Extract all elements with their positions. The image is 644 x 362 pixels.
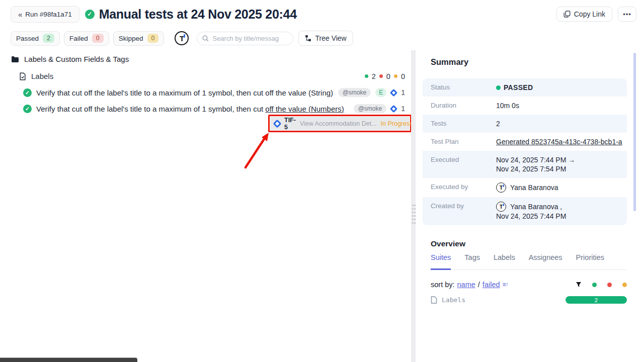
legend-skipped-dot-icon [622, 283, 627, 287]
sort-row: sort by: name / failed ≡↑ [431, 281, 627, 289]
failed-filter-label: Failed [69, 35, 88, 42]
tab-assignees[interactable]: Assignees [529, 253, 562, 269]
issue-count: 1 [401, 88, 405, 97]
tree-view-label: Tree View [315, 34, 346, 42]
sidebar-scrollbar-thumb[interactable] [633, 53, 636, 211]
executedby-label: Executed by [431, 183, 496, 191]
test-title[interactable]: Verify that cut off the label's title to… [36, 105, 344, 113]
summary-row-executed: Executed Nov 24, 2025 7:44 PM → Nov 24, … [423, 151, 627, 178]
page-title: Manual tests at 24 Nov 2025 20:44 [99, 7, 297, 22]
pane-splitter[interactable] [411, 50, 416, 362]
status-value: PASSED [496, 83, 533, 92]
overview-suite-row[interactable]: Labels 2 [431, 296, 627, 304]
tree-suite-row[interactable]: Labels 2 0 0 [0, 68, 411, 84]
filter-skipped-button[interactable]: Skipped 0 [113, 31, 165, 46]
test-row-string[interactable]: Verify that cut off the label's title to… [0, 84, 411, 101]
avatar-initial: T [500, 202, 503, 211]
passed-count-badge: 2 [43, 34, 54, 43]
tab-tags[interactable]: Tags [464, 253, 480, 269]
sort-by-failed-link[interactable]: failed [482, 281, 500, 289]
jira-issue-icon[interactable] [390, 105, 398, 113]
suite-skipped-count: 0 [401, 72, 405, 80]
file-icon [431, 296, 437, 304]
copy-link-label: Copy Link [574, 10, 605, 18]
issue-count: 1 [401, 105, 405, 113]
legend-passed-dot-icon [592, 283, 597, 287]
overview-heading: Overview [431, 239, 465, 248]
testplan-label: Test Plan [431, 137, 496, 145]
summary-row-duration: Duration 10m 0s [423, 97, 627, 115]
testplan-link[interactable]: Generated 8523745a-413c-4738-bcb1-a [496, 137, 622, 146]
search-input[interactable] [212, 35, 288, 42]
issue-key[interactable]: TIF-5 [284, 117, 296, 131]
test-passed-icon [23, 88, 32, 97]
summary-heading: Summary [431, 57, 468, 67]
double-chevron-left-icon: « [18, 10, 22, 19]
summary-row-tests: Tests 2 [423, 115, 627, 133]
linked-issue-popup[interactable]: TIF-5 View Accommodation Det... In Progr… [270, 117, 410, 130]
top-bar: « Run #98fa1a71 Manual tests at 24 Nov 2… [0, 0, 644, 28]
sort-separator: / [478, 281, 480, 289]
sort-by-name-link[interactable]: name [457, 281, 475, 289]
duration-value: 10m 0s [496, 101, 519, 110]
copy-link-button[interactable]: Copy Link [556, 7, 612, 22]
tests-label: Tests [431, 119, 496, 127]
test-title-part2: off the value (Numbers) [265, 105, 344, 113]
createdby-date: Nov 24, 2025 7:44 PM [496, 212, 566, 221]
tab-suites[interactable]: Suites [431, 253, 451, 270]
more-actions-button[interactable]: ••• [618, 7, 636, 22]
tab-priorities[interactable]: Priorities [576, 253, 604, 269]
back-to-run-button[interactable]: « Run #98fa1a71 [11, 6, 79, 23]
tab-labels[interactable]: Labels [494, 253, 515, 269]
failed-dot-icon [379, 74, 383, 78]
status-dot-icon [496, 85, 501, 90]
progress-bar-count: 2 [595, 297, 598, 303]
skipped-filter-label: Skipped [119, 35, 143, 42]
skipped-dot-icon [394, 74, 397, 78]
suite-file-icon [19, 72, 26, 80]
status-legend [576, 282, 627, 288]
passed-filter-label: Passed [16, 35, 39, 42]
tree-folder-row[interactable]: Labels & Custom Fields & Tags [0, 50, 411, 68]
test-badges: @smoke 1 [354, 104, 405, 113]
search-box[interactable] [197, 32, 293, 45]
tag-badge[interactable]: @smoke [354, 104, 387, 113]
tests-value: 2 [496, 119, 500, 128]
filter-bar: Passed 2 Failed 0 Skipped 0 T Tree View [11, 31, 353, 46]
test-title-part1: Verify that cut off the label's title to… [36, 105, 265, 113]
tag-badge[interactable]: @smoke [338, 88, 371, 97]
summary-row-testplan: Test Plan Generated 8523745a-413c-4738-b… [423, 133, 627, 151]
bottom-overlay-bar [0, 357, 137, 362]
ellipsis-icon: ••• [623, 11, 631, 18]
duration-label: Duration [431, 101, 496, 109]
executed-to: Nov 24, 2025 7:54 PM [496, 164, 575, 173]
user-avatar-filter[interactable]: T [175, 31, 189, 45]
tree-view-button[interactable]: Tree View [298, 31, 353, 46]
env-badge[interactable]: E [375, 88, 386, 97]
filter-failed-button[interactable]: Failed 0 [64, 31, 109, 46]
issue-title[interactable]: View Accommodation Det... [300, 120, 377, 127]
executed-label: Executed [431, 155, 496, 163]
sort-by-label: sort by: [431, 281, 455, 289]
executedby-name: Yana Baranova [510, 183, 558, 192]
folder-name: Labels & Custom Fields & Tags [24, 55, 129, 63]
createdby-label: Created by [431, 202, 496, 210]
tree-view-icon [305, 35, 311, 42]
summary-sidebar: Summary Status PASSED Duration 10m 0s Te… [416, 50, 644, 362]
jira-issue-icon[interactable] [390, 88, 398, 97]
splitter-drag-handle-icon[interactable] [411, 203, 416, 226]
filter-funnel-icon[interactable] [576, 282, 582, 288]
test-passed-icon [23, 105, 32, 113]
createdby-name: Yana Baranova , [510, 202, 562, 211]
createdby-value: T Yana Baranova , Nov 24, 2025 7:44 PM [496, 202, 566, 221]
test-title[interactable]: Verify that cut off the label's title to… [36, 88, 333, 97]
user-avatar: T [496, 183, 506, 193]
suite-stats: 2 0 0 [365, 72, 405, 80]
sort-direction-icon[interactable]: ≡↑ [503, 281, 508, 288]
legend-failed-dot-icon [607, 283, 612, 287]
jira-issue-icon [273, 119, 282, 128]
filter-passed-button[interactable]: Passed 2 [11, 31, 60, 46]
overview-tabs: Suites Tags Labels Assignees Priorities [431, 253, 627, 270]
overview-suite-name[interactable]: Labels [442, 296, 465, 304]
status-label: Status [431, 83, 496, 91]
